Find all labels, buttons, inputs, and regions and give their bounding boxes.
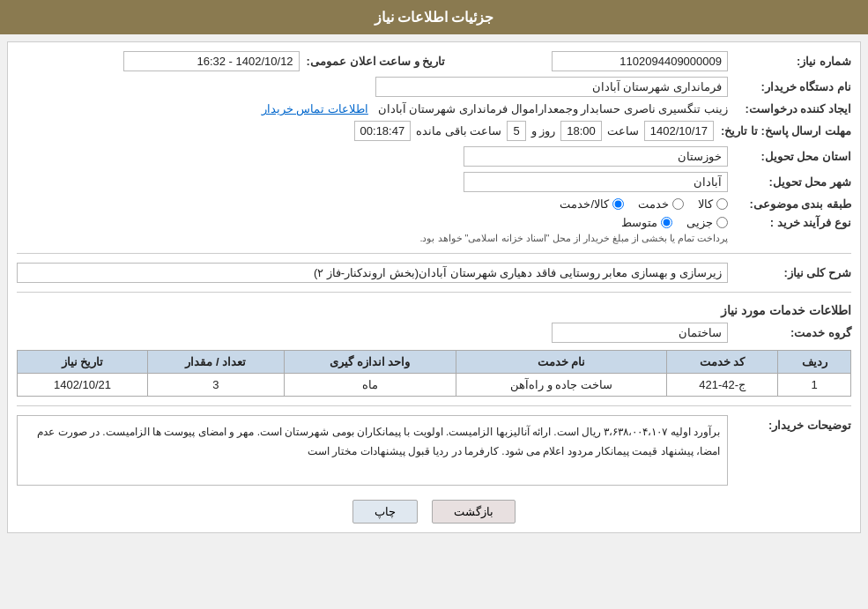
creator-value: زینب تنگسیری ناصری حسابدار وجمعداراموال … xyxy=(378,102,728,115)
process-note: پرداخت تمام یا بخشی از مبلغ خریدار از مح… xyxy=(17,233,728,244)
reply-remaining-label: ساعت باقی مانده xyxy=(416,124,501,137)
reply-deadline-row: مهلت ارسال پاسخ: تا تاریخ: 1402/10/17 سا… xyxy=(17,121,851,141)
service-group-label: گروه خدمت: xyxy=(728,326,851,339)
buyer-org-row: نام دستگاه خریدار: فرمانداری شهرستان آبا… xyxy=(17,77,851,97)
process-value-cell: جزیی متوسط پرداخت تمام یا بخشی از مبلغ خ… xyxy=(17,216,728,244)
divider-1 xyxy=(17,253,851,254)
main-content: شماره نیاز: 1102094409000009 تاریخ و ساع… xyxy=(7,41,861,533)
need-description-row: شرح کلی نیاز: زیرسازی و بهسازی معابر روس… xyxy=(17,263,851,283)
city-row: شهر محل تحویل: آبادان xyxy=(17,172,851,192)
province-value: خوزستان xyxy=(464,146,728,167)
category-options: کالا خدمت کالا/خدمت xyxy=(17,197,728,211)
col-unit: واحد اندازه گیری xyxy=(284,351,456,374)
province-row: استان محل تحویل: خوزستان xyxy=(17,146,851,167)
category-label: طبقه بندی موضوعی: xyxy=(728,197,851,211)
process-option-motavasset[interactable]: متوسط xyxy=(621,216,672,229)
need-description-label: شرح کلی نیاز: xyxy=(728,266,851,279)
header-title: جزئیات اطلاعات نیاز xyxy=(375,10,494,25)
creator-label: ایجاد کننده درخواست: xyxy=(728,102,851,115)
process-radio-motavasset[interactable] xyxy=(661,217,672,228)
buyer-description-row: توضیحات خریدار: برآورد اولیه ۳،۶۳۸،۰۰۴،۱… xyxy=(17,415,851,486)
page-header: جزئیات اطلاعات نیاز xyxy=(0,0,868,34)
category-radio-kala-khedmat[interactable] xyxy=(612,198,624,210)
creator-link[interactable]: اطلاعات تماس خریدار xyxy=(262,102,368,115)
need-number-row: شماره نیاز: 1102094409000009 تاریخ و ساع… xyxy=(17,51,851,71)
need-description-value: زیرسازی و بهسازی معابر روستایی فاقد دهیا… xyxy=(17,263,728,283)
reply-days-value: 5 xyxy=(507,121,525,141)
table-cell: ماه xyxy=(284,374,456,397)
table-row: 1ج-42-421ساخت جاده و راه‌آهنماه31402/10/… xyxy=(18,374,851,397)
category-option-khedmat[interactable]: خدمت xyxy=(638,197,684,211)
category-radio-kala[interactable] xyxy=(716,198,728,210)
announce-datetime-label: تاریخ و ساعت اعلان عمومی: xyxy=(300,55,446,68)
table-cell: 1402/10/21 xyxy=(18,374,148,397)
process-label: نوع فرآیند خرید : xyxy=(728,216,851,229)
col-service-code: کد خدمت xyxy=(667,351,778,374)
table-cell: ساخت جاده و راه‌آهن xyxy=(456,374,666,397)
buyer-org-label: نام دستگاه خریدار: xyxy=(728,80,851,93)
col-quantity: تعداد / مقدار xyxy=(147,351,284,374)
process-row: نوع فرآیند خرید : جزیی متوسط پرداخت تمام… xyxy=(17,216,851,244)
city-value-cell: آبادان xyxy=(17,172,728,192)
service-group-value: ساختمان xyxy=(552,323,728,343)
process-options: جزیی متوسط xyxy=(17,216,728,229)
table-cell: 1 xyxy=(778,374,851,397)
col-service-name: نام خدمت xyxy=(456,351,666,374)
col-date: تاریخ نیاز xyxy=(18,351,148,374)
table-cell: 3 xyxy=(147,374,284,397)
divider-2 xyxy=(17,292,851,293)
province-label: استان محل تحویل: xyxy=(728,150,851,163)
services-table: ردیف کد خدمت نام خدمت واحد اندازه گیری ت… xyxy=(17,350,851,397)
city-value: آبادان xyxy=(464,172,728,192)
reply-days-label: روز و xyxy=(531,124,556,137)
need-number-value: 1102094409000009 xyxy=(552,51,728,71)
category-option-kala[interactable]: کالا xyxy=(698,197,728,211)
services-section-title: اطلاعات خدمات مورد نیاز xyxy=(17,303,851,317)
service-group-row: گروه خدمت: ساختمان xyxy=(17,323,851,343)
need-number-value-cell: 1102094409000009 xyxy=(445,51,728,71)
process-radio-jozi[interactable] xyxy=(716,217,728,228)
creator-value-cell: زینب تنگسیری ناصری حسابدار وجمعداراموال … xyxy=(17,102,728,115)
process-option-jozi[interactable]: جزیی xyxy=(686,216,728,229)
reply-deadline-value-cell: 1402/10/17 ساعت 18:00 روز و 5 ساعت باقی … xyxy=(17,121,714,141)
reply-remaining-value: 00:18:47 xyxy=(354,121,412,141)
buyer-description-value-cell: برآورد اولیه ۳،۶۳۸،۰۰۴،۱۰۷ ریال است. ارا… xyxy=(17,415,728,486)
buttons-row: بازگشت چاپ xyxy=(17,500,851,524)
province-value-cell: خوزستان xyxy=(17,146,728,167)
table-cell: ج-42-421 xyxy=(667,374,778,397)
divider-3 xyxy=(17,405,851,406)
need-number-label: شماره نیاز: xyxy=(728,55,851,68)
back-button[interactable]: بازگشت xyxy=(432,500,516,524)
city-label: شهر محل تحویل: xyxy=(728,175,851,189)
need-description-value-cell: زیرسازی و بهسازی معابر روستایی فاقد دهیا… xyxy=(17,263,728,283)
buyer-description-value: برآورد اولیه ۳،۶۳۸،۰۰۴،۱۰۷ ریال است. ارا… xyxy=(17,415,728,486)
creator-row: ایجاد کننده درخواست: زینب تنگسیری ناصری … xyxy=(17,102,851,115)
reply-deadline-label: مهلت ارسال پاسخ: تا تاریخ: xyxy=(714,124,851,137)
reply-date-value: 1402/10/17 xyxy=(644,121,714,141)
announce-datetime-value: 1402/10/12 - 16:32 xyxy=(123,51,300,71)
announce-datetime-value-cell: 1402/10/12 - 16:32 xyxy=(17,51,300,71)
buyer-org-value: فرمانداری شهرستان آبادان xyxy=(375,77,728,97)
col-row-num: ردیف xyxy=(778,351,851,374)
reply-time-label: ساعت xyxy=(607,124,639,137)
buyer-org-value-cell: فرمانداری شهرستان آبادان xyxy=(17,77,728,97)
print-button[interactable]: چاپ xyxy=(352,500,418,524)
service-group-value-cell: ساختمان xyxy=(17,323,728,343)
buyer-description-label: توضیحات خریدار: xyxy=(728,415,851,432)
category-row: طبقه بندی موضوعی: کالا خدمت کالا/خدمت xyxy=(17,197,851,211)
reply-time-value: 18:00 xyxy=(560,121,602,141)
category-option-kala-khedmat[interactable]: کالا/خدمت xyxy=(560,197,624,211)
category-radio-khedmat[interactable] xyxy=(672,198,684,210)
